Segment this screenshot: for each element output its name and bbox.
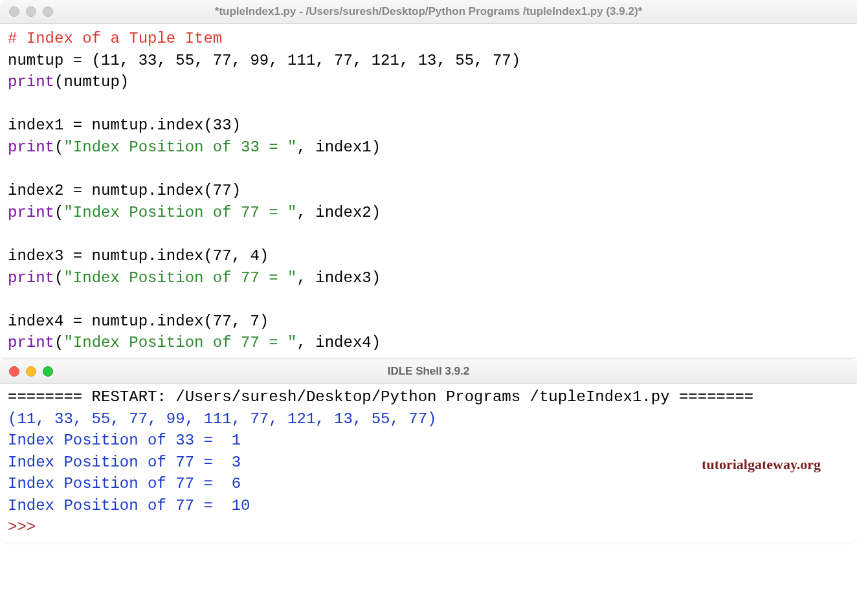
shell-output-line: Index Position of 33 = 1 [8,432,241,449]
zoom-button[interactable] [43,6,53,17]
shell-output-line: (11, 33, 55, 77, 99, 111, 77, 121, 13, 5… [8,410,437,428]
code-text: (numtup) [54,73,129,91]
code-text: , index1) [296,138,381,156]
code-line: index1 = numtup.index(33) [8,116,241,134]
code-string: "Index Position of 77 = " [63,269,296,287]
code-line: index3 = numtup.index(77, 4) [8,247,269,265]
code-text: ( [54,269,63,287]
watermark-text: tutorialgateway.org [702,455,821,475]
shell-prompt: >>> [8,518,45,536]
editor-title: *tupleIndex1.py - /Users/suresh/Desktop/… [0,5,857,18]
code-func-print: print [8,204,54,221]
editor-window: *tupleIndex1.py - /Users/suresh/Desktop/… [0,0,857,358]
code-text: , index3) [296,269,381,287]
code-text: ( [54,138,63,156]
shell-traffic-lights [9,366,53,377]
code-func-print: print [8,73,54,91]
code-string: "Index Position of 77 = " [63,204,296,221]
shell-titlebar[interactable]: IDLE Shell 3.9.2 [0,360,857,384]
code-comment: # Index of a Tuple Item [8,30,222,47]
editor-titlebar[interactable]: *tupleIndex1.py - /Users/suresh/Desktop/… [0,0,857,24]
code-line: numtup = (11, 33, 55, 77, 99, 111, 77, 1… [8,52,520,69]
code-func-print: print [8,269,54,287]
minimize-button[interactable] [26,366,36,377]
code-func-print: print [8,334,54,351]
close-button[interactable] [9,6,19,17]
code-func-print: print [8,138,54,156]
code-line: index4 = numtup.index(77, 7) [8,313,269,330]
code-text: , index2) [296,204,381,221]
code-text: ( [54,204,63,221]
code-line: index2 = numtup.index(77) [8,182,241,199]
shell-restart-banner: ======== RESTART: /Users/suresh/Desktop/… [8,388,753,406]
shell-window: IDLE Shell 3.9.2 ======== RESTART: /User… [0,360,857,542]
code-text: , index4) [296,334,381,351]
code-string: "Index Position of 77 = " [63,334,296,351]
close-button[interactable] [9,366,19,377]
minimize-button[interactable] [26,6,36,17]
code-string: "Index Position of 33 = " [63,138,296,156]
zoom-button[interactable] [43,366,53,377]
shell-output-area[interactable]: ======== RESTART: /Users/suresh/Desktop/… [0,384,857,542]
editor-code-area[interactable]: # Index of a Tuple Item numtup = (11, 33… [0,24,857,358]
editor-traffic-lights [9,6,53,17]
shell-output-line: Index Position of 77 = 3 [8,454,241,471]
shell-output-line: Index Position of 77 = 6 [8,475,241,492]
shell-output-line: Index Position of 77 = 10 [8,497,250,514]
code-text: ( [54,334,63,351]
shell-title: IDLE Shell 3.9.2 [0,365,857,378]
